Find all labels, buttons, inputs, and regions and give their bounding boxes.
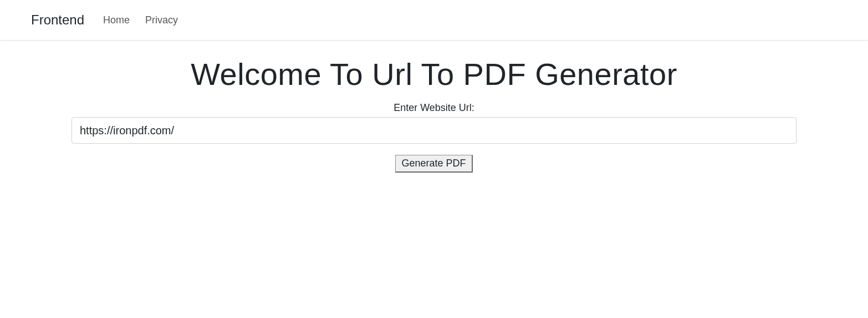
generate-pdf-button[interactable]: Generate PDF [395,155,472,173]
page-title: Welcome To Url To PDF Generator [72,56,796,92]
main-container: Welcome To Url To PDF Generator Enter We… [40,56,828,173]
nav-link-home[interactable]: Home [101,14,132,26]
navbar-inner: Frontend Home Privacy [0,4,180,36]
navbar-brand[interactable]: Frontend [31,12,84,28]
navbar: Frontend Home Privacy [0,0,868,41]
url-label: Enter Website Url: [72,102,796,114]
nav-link-privacy[interactable]: Privacy [143,14,180,26]
button-row: Generate PDF [72,155,796,173]
url-input[interactable] [72,117,796,144]
